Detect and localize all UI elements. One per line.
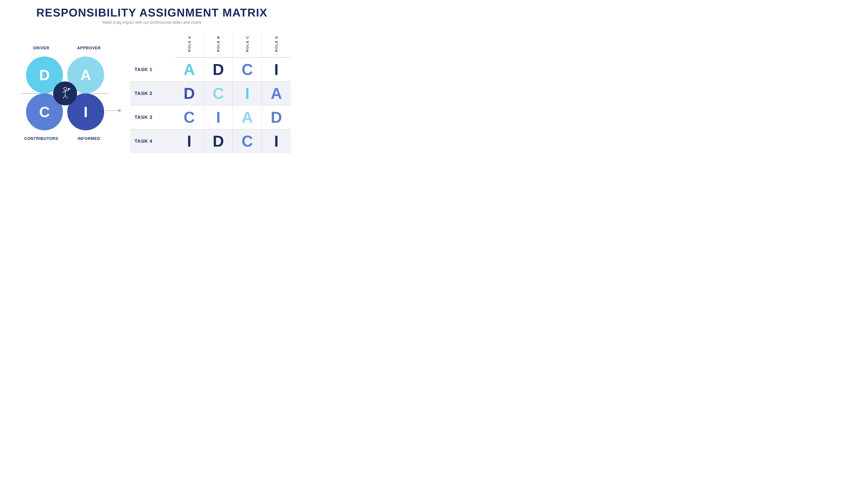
matrix-cell-task1-role2: D — [204, 58, 233, 82]
task-row-3: TASK 3CIAD — [130, 105, 291, 129]
matrix-body: TASK 1ADCITASK 2DCIATASK 3CIADTASK 4IDCI — [130, 58, 291, 153]
matrix-cell-task3-role3: A — [233, 105, 262, 129]
top-labels: DRIVER APPROVER — [22, 46, 108, 50]
informed-letter: I — [84, 104, 88, 120]
matrix-letter-task1-role1: A — [184, 61, 195, 78]
matrix-letter-task3-role1: C — [184, 109, 195, 126]
page-title: RESPONSIBILITY ASSIGNMENT MATRIX — [36, 6, 268, 19]
matrix-letter-task2-role1: D — [184, 85, 195, 102]
task-row-2: TASK 2DCIA — [130, 82, 291, 105]
svg-line-2 — [62, 91, 65, 92]
daci-diagram: DRIVER APPROVER D A C — [13, 46, 117, 141]
matrix-cell-task3-role1: C — [175, 105, 204, 129]
matrix-letter-task2-role2: C — [213, 85, 224, 102]
matrix-cell-task1-role4: I — [262, 58, 291, 82]
matrix-cell-task2-role3: I — [233, 82, 262, 105]
matrix-letter-task4-role2: D — [213, 133, 224, 150]
task-name-3: TASK 3 — [134, 114, 153, 120]
bottom-labels: CONTRIBUTORS INFORMED — [22, 137, 108, 141]
task-name-cell-4: TASK 4 — [130, 129, 175, 153]
role-a-label: ROLE A — [187, 33, 191, 54]
matrix-cell-task4-role2: D — [204, 129, 233, 153]
matrix-letter-task3-role2: I — [216, 109, 220, 126]
person-flag-icon — [59, 87, 71, 100]
matrix-letter-task4-role3: C — [242, 133, 253, 150]
matrix-letter-task1-role3: C — [242, 61, 253, 78]
page-subtitle: Make a big impact with our professional … — [36, 20, 268, 25]
arrow-head — [119, 109, 122, 112]
matrix-letter-task4-role4: I — [274, 133, 278, 150]
svg-line-7 — [65, 95, 67, 98]
matrix-cell-task4-role4: I — [262, 129, 291, 153]
role-d-label: ROLE D — [275, 33, 278, 54]
task-name-cell-1: TASK 1 — [130, 58, 175, 82]
matrix-wrapper: ROLE A ROLE B ROLE C ROLE D — [126, 33, 291, 153]
center-icon-circle — [53, 82, 77, 105]
role-c-header: ROLE C — [233, 33, 262, 58]
matrix-letter-task1-role2: D — [213, 61, 224, 78]
task-name-4: TASK 4 — [134, 138, 153, 144]
matrix-cell-task2-role1: D — [175, 82, 204, 105]
matrix-cell-task1-role1: A — [175, 58, 204, 82]
matrix-letter-task4-role1: I — [187, 133, 191, 150]
task-row-1: TASK 1ADCI — [130, 58, 291, 82]
contributors-letter: C — [39, 104, 50, 120]
svg-point-0 — [64, 87, 67, 90]
role-a-header: ROLE A — [175, 33, 204, 58]
role-header-row: ROLE A ROLE B ROLE C ROLE D — [130, 33, 291, 58]
role-d-header: ROLE D — [262, 33, 291, 58]
matrix-cell-task4-role3: C — [233, 129, 262, 153]
matrix-letter-task2-role4: A — [271, 85, 282, 102]
matrix-table: ROLE A ROLE B ROLE C ROLE D — [130, 33, 291, 153]
approver-label: APPROVER — [69, 46, 108, 50]
driver-label: DRIVER — [22, 46, 61, 50]
matrix-cell-task1-role3: C — [233, 58, 262, 82]
matrix-letter-task1-role4: I — [274, 61, 278, 78]
informed-label: INFORMED — [69, 137, 108, 141]
task-name-cell-3: TASK 3 — [130, 105, 175, 129]
approver-letter: A — [80, 66, 91, 83]
matrix-letter-task3-role3: A — [242, 109, 253, 126]
task-row-4: TASK 4IDCI — [130, 129, 291, 153]
circles-area: D A C I — [22, 52, 108, 135]
role-c-label: ROLE C — [245, 33, 249, 54]
matrix-cell-task3-role4: D — [262, 105, 291, 129]
role-b-label: ROLE B — [216, 33, 220, 54]
matrix-cell-task2-role4: A — [262, 82, 291, 105]
matrix-letter-task3-role4: D — [271, 109, 282, 126]
svg-marker-5 — [68, 88, 71, 90]
contributors-label: CONTRIBUTORS — [22, 137, 61, 141]
task-name-1: TASK 1 — [134, 67, 153, 72]
svg-line-6 — [63, 95, 65, 98]
page: RESPONSIBILITY ASSIGNMENT MATRIX Make a … — [0, 0, 304, 172]
matrix-area: ROLE A ROLE B ROLE C ROLE D — [126, 33, 291, 153]
matrix-cell-task3-role2: I — [204, 105, 233, 129]
header: RESPONSIBILITY ASSIGNMENT MATRIX Make a … — [36, 6, 268, 25]
matrix-letter-task2-role3: I — [245, 85, 250, 102]
arrow-right — [105, 109, 122, 112]
task-name-2: TASK 2 — [134, 91, 153, 96]
arrow-line — [105, 110, 119, 111]
main-content: DRIVER APPROVER D A C — [13, 33, 291, 153]
task-header-cell — [130, 33, 175, 58]
matrix-cell-task4-role1: I — [175, 129, 204, 153]
matrix-cell-task2-role2: C — [204, 82, 233, 105]
task-name-cell-2: TASK 2 — [130, 82, 175, 105]
role-b-header: ROLE B — [204, 33, 233, 58]
driver-letter: D — [39, 66, 50, 83]
